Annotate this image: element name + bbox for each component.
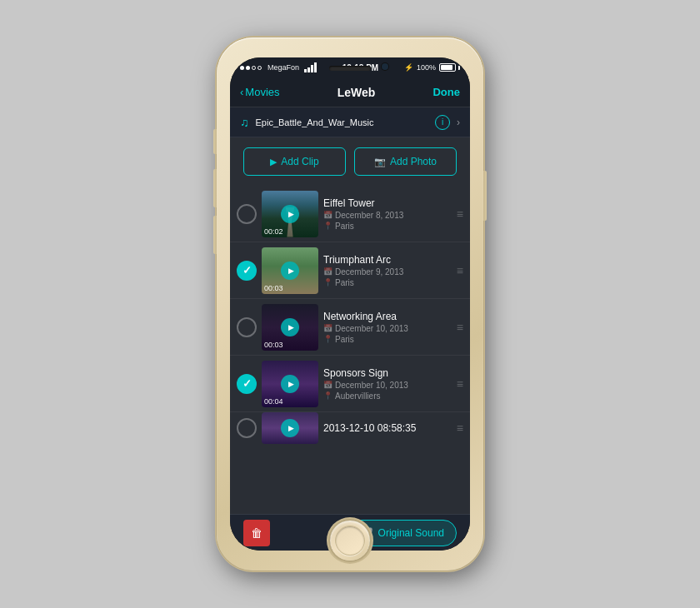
status-right: ⚡ 100% <box>404 63 460 72</box>
action-buttons-row: ▶ Add Clip 📷 Add Photo <box>230 137 470 186</box>
list-item: ▶ 00:03 Networking Area 📅 December 10, 2… <box>230 299 470 356</box>
video-thumbnail-4[interactable]: ▶ <box>262 412 318 444</box>
list-item: ▶ 00:04 Sponsors Sign 📅 December 10, 201… <box>230 356 470 412</box>
play-triangle-icon: ▶ <box>288 424 294 432</box>
item-checkbox-4[interactable] <box>237 418 257 438</box>
video-date-2: 📅 December 10, 2013 <box>323 324 452 333</box>
drag-handle-1[interactable]: ≡ <box>457 264 463 277</box>
mute-button <box>213 129 217 154</box>
video-thumbnail-0[interactable]: ▶ 00:02 <box>262 191 318 237</box>
calendar-icon: 📅 <box>323 324 332 332</box>
list-item: ▶ 00:03 Triumphant Arc 📅 December 9, 201… <box>230 242 470 299</box>
battery-icon <box>439 63 460 72</box>
home-button[interactable] <box>330 521 370 561</box>
add-clip-button[interactable]: ▶ Add Clip <box>243 147 346 176</box>
original-sound-label: Original Sound <box>378 527 444 539</box>
front-camera <box>382 63 388 70</box>
navigation-bar: ‹ Movies LeWeb Done <box>230 77 470 107</box>
delete-button[interactable]: 🗑 <box>243 520 270 546</box>
drag-handle-4[interactable]: ≡ <box>457 421 463 435</box>
pin-icon: 📍 <box>323 391 332 400</box>
volume-down-button <box>213 216 217 254</box>
dot-3 <box>252 66 256 70</box>
add-photo-label: Add Photo <box>390 156 437 167</box>
trash-icon: 🗑 <box>251 526 262 540</box>
volume-up-button <box>213 169 217 207</box>
calendar-icon: 📅 <box>323 381 332 389</box>
play-button-1[interactable]: ▶ <box>281 262 299 280</box>
camera-icon: 📷 <box>374 157 386 167</box>
video-date-3: 📅 December 10, 2013 <box>323 381 452 390</box>
music-note-icon: ♫ <box>240 116 249 129</box>
item-checkbox-1[interactable] <box>237 261 257 281</box>
phone-frame: MegaFon 12:18 PM ⚡ 100% <box>217 37 483 571</box>
back-button[interactable]: ‹ Movies <box>240 86 280 98</box>
carrier-name: MegaFon <box>268 63 299 72</box>
video-duration-0: 00:02 <box>264 227 283 236</box>
play-button-4[interactable]: ▶ <box>281 419 299 437</box>
signal-dots <box>240 66 262 70</box>
video-title-3: Sponsors Sign <box>323 367 452 379</box>
back-label: Movies <box>245 86 279 98</box>
list-item-partial: ▶ 2013-12-10 08:58:35 ≡ <box>230 412 470 444</box>
drag-handle-0[interactable]: ≡ <box>457 207 463 221</box>
video-thumbnail-1[interactable]: ▶ 00:03 <box>262 247 318 294</box>
video-location-0: 📍 Paris <box>323 222 452 231</box>
item-checkbox-2[interactable] <box>237 317 257 337</box>
status-left: MegaFon <box>240 62 317 72</box>
bar-3 <box>311 65 313 72</box>
music-bar: ♫ Epic_Battle_And_War_Music i › <box>230 107 470 137</box>
pin-icon: 📍 <box>323 335 332 343</box>
play-icon: ▶ <box>270 157 277 167</box>
done-button[interactable]: Done <box>432 86 460 98</box>
video-info-0: Eiffel Tower 📅 December 8, 2013 📍 Paris <box>323 197 452 231</box>
video-duration-3: 00:04 <box>264 397 283 406</box>
video-date-0: 📅 December 8, 2013 <box>323 211 452 220</box>
speaker <box>329 66 371 71</box>
video-location-1: 📍 Paris <box>323 278 452 287</box>
battery-fill <box>441 65 452 70</box>
dot-1 <box>240 66 244 70</box>
video-duration-2: 00:03 <box>264 341 283 349</box>
play-triangle-icon: ▶ <box>288 267 294 275</box>
drag-handle-2[interactable]: ≡ <box>457 321 463 334</box>
video-info-3: Sponsors Sign 📅 December 10, 2013 📍 Aube… <box>323 367 452 401</box>
wifi-signal <box>304 62 317 72</box>
video-info-2: Networking Area 📅 December 10, 2013 📍 Pa… <box>323 311 452 344</box>
pin-icon: 📍 <box>323 222 332 230</box>
play-triangle-icon: ▶ <box>288 210 294 218</box>
item-checkbox-3[interactable] <box>237 374 257 394</box>
play-button-2[interactable]: ▶ <box>281 318 299 336</box>
battery-tip <box>458 66 460 70</box>
video-title-0: Eiffel Tower <box>323 197 452 209</box>
list-item: ▶ 00:02 Eiffel Tower 📅 December 8, 2013 … <box>230 186 470 242</box>
bluetooth-icon: ⚡ <box>404 63 413 72</box>
track-name: Epic_Battle_And_War_Music <box>256 117 429 127</box>
track-chevron-icon: › <box>457 117 460 128</box>
play-triangle-icon: ▶ <box>288 323 294 331</box>
video-title-1: Triumphant Arc <box>323 254 452 266</box>
play-button-3[interactable]: ▶ <box>281 375 299 393</box>
track-info-button[interactable]: i <box>435 115 450 130</box>
battery-percent: 100% <box>417 63 436 72</box>
add-clip-label: Add Clip <box>281 156 318 167</box>
item-checkbox-0[interactable] <box>237 204 257 224</box>
phone-screen: MegaFon 12:18 PM ⚡ 100% <box>230 57 470 551</box>
play-button-0[interactable]: ▶ <box>281 205 299 223</box>
bar-1 <box>304 69 307 72</box>
dot-4 <box>258 66 262 70</box>
battery-body <box>439 63 456 72</box>
video-list: ▶ 00:02 Eiffel Tower 📅 December 8, 2013 … <box>230 186 470 514</box>
nav-title: LeWeb <box>338 86 376 99</box>
video-info-1: Triumphant Arc 📅 December 9, 2013 📍 Pari… <box>323 254 452 287</box>
back-chevron-icon: ‹ <box>240 86 243 98</box>
video-thumbnail-2[interactable]: ▶ 00:03 <box>262 304 318 351</box>
add-photo-button[interactable]: 📷 Add Photo <box>354 147 457 176</box>
home-button-inner <box>335 526 365 556</box>
pin-icon: 📍 <box>323 278 332 287</box>
dot-2 <box>246 66 250 70</box>
drag-handle-3[interactable]: ≡ <box>457 377 463 391</box>
video-thumbnail-3[interactable]: ▶ 00:04 <box>262 361 318 407</box>
play-triangle-icon: ▶ <box>288 380 294 388</box>
bar-4 <box>314 62 317 72</box>
